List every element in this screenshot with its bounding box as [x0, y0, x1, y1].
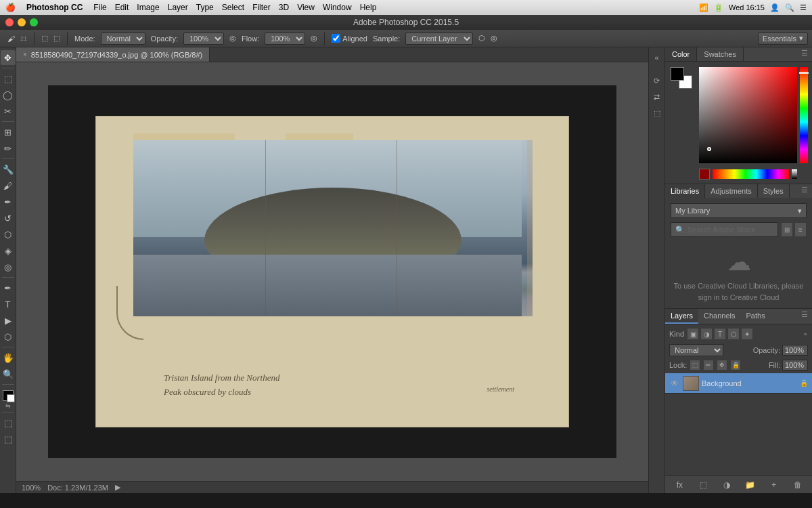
type-tool[interactable]: T [1, 297, 16, 312]
color-spectrum-bar[interactable] [713, 169, 789, 179]
filter-pixel-icon[interactable]: ▣ [687, 328, 699, 340]
alpha-slider[interactable] [792, 169, 797, 179]
lock-transparent-pixels[interactable]: ⬚ [690, 360, 700, 371]
gradient-tool[interactable]: ◈ [1, 243, 16, 258]
close-button[interactable] [5, 18, 14, 26]
blend-mode-select[interactable]: Normal [669, 344, 723, 356]
shape-tool[interactable]: ⬡ [1, 329, 16, 344]
add-fx-button[interactable]: fx [673, 478, 686, 492]
fullscreen-button[interactable] [30, 18, 38, 26]
brush-tool[interactable]: 🖌 [1, 178, 16, 193]
layers-panel-menu[interactable]: ☰ [797, 309, 812, 324]
libraries-panel-menu[interactable]: ☰ [797, 184, 812, 198]
menu-view[interactable]: View [297, 3, 315, 12]
create-adjustment-button[interactable]: ◑ [720, 478, 734, 492]
change-screen-mode[interactable]: ⬚ [1, 431, 16, 446]
color-panel-menu[interactable]: ☰ [797, 47, 812, 61]
menu-edit[interactable]: Edit [115, 3, 129, 12]
current-color-preview[interactable] [699, 169, 710, 179]
menu-help[interactable]: Help [360, 3, 377, 12]
tab-color[interactable]: Color [665, 47, 697, 61]
essentials-button[interactable]: Essentials ▾ [758, 33, 808, 45]
notification-icon[interactable]: ☰ [800, 3, 807, 12]
filter-type-icon[interactable]: T [714, 328, 726, 340]
lasso-tool[interactable]: ◯ [1, 87, 16, 102]
minimize-button[interactable] [18, 18, 26, 26]
tab-layers[interactable]: Layers [665, 309, 698, 324]
screen-mode-icon[interactable]: ⬚ [650, 106, 664, 121]
create-group-button[interactable]: 📁 [744, 478, 757, 492]
rectangular-marquee-tool[interactable]: ⬚ [1, 71, 16, 86]
crop-tool[interactable]: ⊞ [1, 125, 16, 140]
color-gradient-container[interactable] [699, 67, 797, 163]
hand-tool[interactable]: 🖐 [1, 350, 16, 365]
create-layer-button[interactable]: + [767, 478, 781, 492]
clone-stamp-tool[interactable]: ✒ [1, 194, 16, 209]
search-icon[interactable]: 🔍 [785, 3, 794, 12]
list-view-btn[interactable]: ≡ [794, 222, 807, 237]
menu-image[interactable]: Image [137, 3, 159, 12]
filter-smart-icon[interactable]: ✦ [741, 328, 753, 340]
quick-mask-mode[interactable]: ⬚ [1, 415, 16, 430]
quick-select-tool[interactable]: ✂ [1, 104, 16, 119]
history-brush-tool[interactable]: ↺ [1, 211, 16, 226]
menu-file[interactable]: File [93, 3, 106, 12]
canvas-flip-icon[interactable]: ⇄ [650, 89, 664, 104]
add-mask-button[interactable]: ⬚ [696, 478, 710, 492]
background-color[interactable] [7, 394, 15, 402]
opacity-input[interactable] [782, 345, 808, 356]
flow-select[interactable]: 100% [265, 33, 305, 45]
menu-select[interactable]: Select [222, 3, 244, 12]
tab-styles[interactable]: Styles [758, 184, 790, 198]
tab-libraries[interactable]: Libraries [665, 184, 705, 198]
fill-input[interactable] [782, 360, 808, 371]
menu-type[interactable]: Type [196, 3, 214, 12]
foreground-color[interactable] [3, 390, 14, 401]
zoom-tool[interactable]: 🔍 [1, 366, 16, 381]
filter-adjustment-icon[interactable]: ◑ [700, 328, 713, 340]
canvas-rotate-icon[interactable]: ⟳ [650, 73, 664, 88]
canvas-content[interactable]: Tristan Island from the Northend Peak ob… [16, 62, 648, 481]
menu-window[interactable]: Window [323, 3, 352, 12]
spot-healing-tool[interactable]: 🔧 [1, 162, 16, 177]
hue-slider[interactable] [800, 67, 808, 163]
adobe-stock-search[interactable]: 🔍 Search Adobe Stock [671, 222, 778, 237]
eyedropper-tool[interactable]: ✏ [1, 141, 16, 156]
layer-visibility-eye[interactable]: 👁 [669, 378, 680, 389]
lock-position[interactable]: ✥ [717, 360, 727, 371]
menu-layer[interactable]: Layer [168, 3, 188, 12]
path-select-tool[interactable]: ▶ [1, 313, 16, 328]
user-icon: 👤 [770, 3, 780, 12]
blend-opacity-row: Normal Opacity: [669, 343, 808, 357]
lock-all[interactable]: 🔒 [730, 360, 741, 371]
aligned-checkbox[interactable] [332, 34, 340, 43]
color-picker-area[interactable] [665, 62, 812, 184]
opacity-select[interactable]: 100% [183, 33, 224, 45]
foreground-swatch[interactable] [671, 67, 684, 81]
menu-3d[interactable]: 3D [279, 3, 289, 12]
tab-close-button[interactable]: × [23, 51, 27, 58]
document-tab[interactable]: × 8518580490_72197d4339_o.jpg @ 100% (RG… [16, 47, 210, 62]
tab-adjustments[interactable]: Adjustments [705, 184, 758, 198]
filter-shape-icon[interactable]: ⬡ [727, 328, 740, 340]
eraser-tool[interactable]: ⬡ [1, 227, 16, 242]
fg-bg-swatches[interactable] [671, 67, 692, 89]
library-dropdown[interactable]: My Library ▾ [671, 203, 807, 218]
grid-view-btn[interactable]: ⊞ [781, 222, 793, 237]
tab-paths[interactable]: Paths [741, 309, 771, 324]
mode-select[interactable]: Normal [101, 33, 145, 45]
apple-menu[interactable]: 🍎 [5, 3, 16, 12]
layer-item-background[interactable]: 👁 Background 🔒 [665, 373, 812, 394]
menu-filter[interactable]: Filter [252, 3, 271, 12]
blur-tool[interactable]: ◎ [1, 259, 16, 274]
pen-tool[interactable]: ✒ [1, 280, 16, 295]
sample-select[interactable]: Current Layer [405, 33, 473, 45]
panel-collapse-btn[interactable]: « [650, 50, 664, 65]
lock-image-pixels[interactable]: ✏ [703, 360, 714, 371]
delete-layer-button[interactable]: 🗑 [791, 478, 805, 492]
tab-swatches[interactable]: Swatches [697, 47, 744, 61]
move-tool[interactable]: ✥ [1, 50, 16, 65]
tab-channels[interactable]: Channels [698, 309, 740, 324]
status-arrow[interactable]: ▶ [115, 483, 120, 492]
swap-colors-icon[interactable]: ⇆ [5, 402, 11, 409]
